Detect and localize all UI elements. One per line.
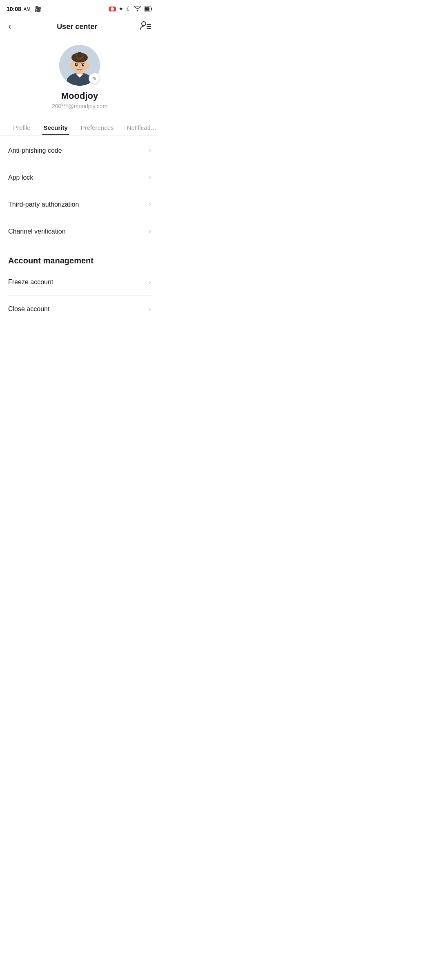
security-list: Anti-phishing code › App lock › Third-pa… <box>0 137 159 245</box>
camera-icon: 🎥 <box>34 6 41 12</box>
header: ‹ User center <box>0 16 159 38</box>
status-icons: ✦ ☾ <box>109 5 153 13</box>
svg-point-12 <box>77 52 82 58</box>
bluetooth-icon: ✦ <box>118 5 124 13</box>
svg-point-20 <box>87 64 89 68</box>
app-lock-item[interactable]: App lock › <box>8 164 151 191</box>
tab-profile[interactable]: Profile <box>7 119 37 135</box>
tabs-container: Profile Security Preferences Notificati… <box>0 119 159 136</box>
tab-notifications[interactable]: Notificati… <box>120 119 159 135</box>
moon-icon: ☾ <box>126 5 131 13</box>
wifi-icon <box>134 6 141 13</box>
chevron-right-icon: › <box>149 200 151 209</box>
third-party-item[interactable]: Third-party authorization › <box>8 191 151 218</box>
ampm-label: AM <box>24 7 31 11</box>
svg-point-14 <box>82 64 84 67</box>
chevron-right-icon: › <box>149 227 151 236</box>
svg-point-19 <box>70 64 73 68</box>
chevron-right-icon: › <box>149 278 151 286</box>
user-email: 200***@moodjoy.com <box>52 103 107 109</box>
username: Moodjoy <box>61 91 98 101</box>
back-button[interactable]: ‹ <box>8 20 14 33</box>
svg-point-2 <box>142 22 146 26</box>
status-bar: 10:08 AM 🎥 ✦ ☾ <box>0 0 159 16</box>
svg-point-13 <box>75 64 78 67</box>
anti-phishing-item[interactable]: Anti-phishing code › <box>8 137 151 164</box>
avatar-section: ✎ Moodjoy 200***@moodjoy.com <box>0 38 159 119</box>
freeze-account-item[interactable]: Freeze account › <box>8 269 151 296</box>
svg-rect-1 <box>145 7 149 11</box>
account-management-title: Account management <box>0 245 159 267</box>
tab-preferences[interactable]: Preferences <box>74 119 120 135</box>
manage-users-button[interactable] <box>140 20 151 33</box>
freeze-account-label: Freeze account <box>8 278 53 286</box>
page-title: User center <box>57 22 97 31</box>
anti-phishing-label: Anti-phishing code <box>8 147 62 154</box>
avatar-wrapper: ✎ <box>59 45 100 86</box>
chevron-right-icon: › <box>149 173 151 182</box>
account-management-list: Freeze account › Close account › <box>0 269 159 322</box>
channel-verification-item[interactable]: Channel verification › <box>8 218 151 245</box>
close-account-item[interactable]: Close account › <box>8 296 151 322</box>
status-time: 10:08 AM 🎥 <box>7 6 41 12</box>
tab-security[interactable]: Security <box>37 119 74 135</box>
close-account-label: Close account <box>8 305 49 313</box>
channel-verification-label: Channel verification <box>8 228 66 235</box>
svg-point-16 <box>83 64 84 65</box>
rec-indicator <box>109 7 116 11</box>
edit-avatar-button[interactable]: ✎ <box>89 73 100 84</box>
app-lock-label: App lock <box>8 174 33 181</box>
svg-point-15 <box>76 64 77 65</box>
battery-icon <box>144 6 153 13</box>
chevron-right-icon: › <box>149 305 151 313</box>
chevron-right-icon: › <box>149 146 151 155</box>
third-party-label: Third-party authorization <box>8 201 79 208</box>
time-label: 10:08 <box>7 6 21 12</box>
